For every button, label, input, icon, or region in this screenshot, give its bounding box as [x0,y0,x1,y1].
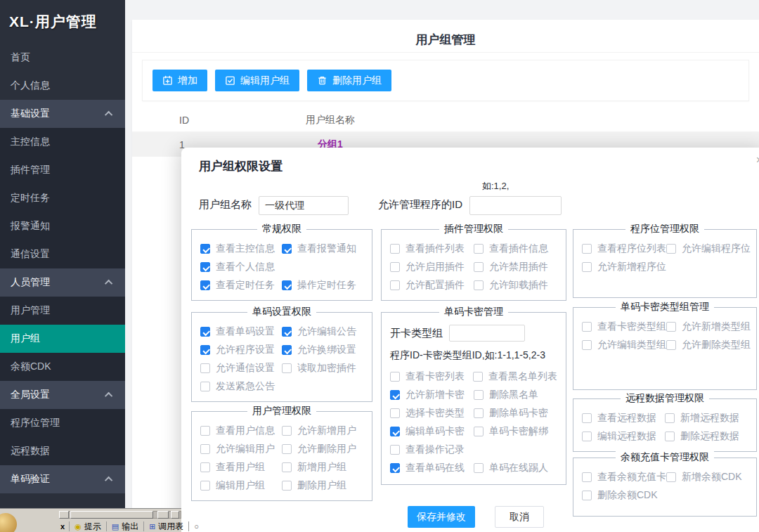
checkbox-unchecked[interactable] [582,340,592,350]
checkbox-unchecked[interactable] [666,340,676,350]
checkbox-label: 允许禁用插件 [489,261,548,273]
checkbox-checked[interactable] [200,244,210,254]
permission-item: 允许程序设置 [200,344,282,356]
checkbox-unchecked[interactable] [390,408,400,418]
sidebar-item-program-slot[interactable]: 程序位管理 [0,409,125,437]
checkbox-unchecked[interactable] [200,363,210,373]
checkbox-checked[interactable] [390,390,400,400]
sidebar-item-balance-cdk[interactable]: 余额CDK [0,353,125,381]
checkbox-unchecked[interactable] [390,244,400,254]
checkbox-checked[interactable] [200,345,210,355]
checkbox-unchecked[interactable] [666,322,676,332]
checkbox-unchecked[interactable] [473,372,483,382]
checkbox-unchecked[interactable] [282,462,292,472]
checkbox-checked[interactable] [200,327,210,337]
card-type-group-input[interactable] [449,325,525,342]
permission-item: 查看用户组 [200,461,282,474]
checkbox-unchecked[interactable] [582,491,592,500]
checkbox-checked[interactable] [282,244,292,254]
scrollbar-thumb[interactable] [70,511,153,519]
close-icon[interactable]: × [756,155,759,166]
scrollbar-extra-button-2[interactable] [171,511,179,519]
sidebar-item-home[interactable]: 首页 [0,44,125,72]
ide-tab-输出[interactable]: ▤输出 [106,521,143,531]
checkbox-unchecked[interactable] [282,444,292,454]
checkbox-unchecked[interactable] [474,408,484,418]
table-header-id: ID [132,115,238,126]
checkbox-checked[interactable] [282,345,292,355]
sidebar-item-timed-task[interactable]: 定时任务 [0,184,125,212]
ide-horizontal-scrollbar[interactable] [59,510,181,519]
checkbox-checked[interactable] [200,262,210,272]
checkbox-unchecked[interactable] [200,481,210,491]
checkbox-unchecked[interactable] [390,445,400,455]
checkbox-unchecked[interactable] [200,444,210,454]
ide-tab-提示[interactable]: ◉提示 [69,521,106,531]
checkbox-checked[interactable] [282,327,292,337]
sidebar-item-user-manage[interactable]: 用户管理 [0,297,125,325]
checkbox-unchecked[interactable] [200,426,210,436]
sidebar-item-plugin-manage[interactable]: 插件管理 [0,156,125,184]
scrollbar-left-arrow[interactable] [59,511,69,519]
checkbox-checked[interactable] [282,280,292,290]
allow-ids-input[interactable] [469,196,562,215]
checkbox-unchecked[interactable] [474,280,484,290]
checkbox-unchecked[interactable] [390,280,400,290]
ide-tab-调用表[interactable]: ⊞调用表 [143,521,188,531]
checkbox-checked[interactable] [390,463,400,473]
checkbox-unchecked[interactable] [474,262,484,272]
checkbox-unchecked[interactable] [582,472,592,482]
checkbox-label: 单码卡密解绑 [489,425,548,438]
group-name-input[interactable] [259,196,349,215]
cancel-button[interactable]: 取消 [495,506,544,528]
permission-item: 查看主控信息 [200,242,282,255]
checkbox-unchecked[interactable] [200,462,210,472]
checkbox-label: 操作定时任务 [297,279,356,292]
checkbox-unchecked[interactable] [582,322,592,332]
edit-button[interactable]: 编辑用户组 [215,70,299,91]
sidebar-item-comm-settings[interactable]: 通信设置 [0,240,125,268]
permission-modal: × 用户组权限设置 用户组名称 允许管理程序的ID 如:1,2, 常规权限查看主… [181,148,759,532]
sidebar-item-remote-data[interactable]: 远程数据 [0,437,125,465]
sidebar-item-staff-manage[interactable]: 人员管理 [0,268,125,297]
checkbox-unchecked[interactable] [282,426,292,436]
checkbox-unchecked[interactable] [390,262,400,272]
sidebar-item-label: 个人信息 [11,79,50,92]
scrollbar-extra-button[interactable] [157,511,169,519]
checkbox-label: 单码在线踢人 [489,462,548,474]
checkbox-unchecked[interactable] [200,382,210,391]
permission-item: 允许通信设置 [200,362,282,375]
checkbox-checked[interactable] [200,280,210,290]
checkbox-unchecked[interactable] [474,427,484,436]
checkbox-unchecked[interactable] [282,363,292,373]
sidebar-item-alarm-notify[interactable]: 报警通知 [0,212,125,240]
save-button[interactable]: 保存并修改 [408,506,475,528]
checkbox-unchecked[interactable] [665,432,675,441]
sidebar-item-label: 用户组 [11,332,40,345]
sidebar-item-global-settings[interactable]: 全局设置 [0,381,125,409]
checkbox-unchecked[interactable] [665,413,675,423]
ide-close-button[interactable]: x [56,522,69,531]
checkbox-unchecked[interactable] [474,463,484,473]
checkbox-unchecked[interactable] [390,372,400,382]
checkbox-checked[interactable] [390,427,400,436]
checkbox-unchecked[interactable] [666,244,676,254]
sidebar-item-single-code[interactable]: 单码验证 [0,465,125,493]
checkbox-unchecked[interactable] [582,262,592,272]
checkbox-unchecked[interactable] [474,244,484,254]
checkbox-unchecked[interactable] [282,481,292,491]
sidebar-item-basic-settings[interactable]: 基础设置 [0,100,125,128]
sidebar-item-master-info[interactable]: 主控信息 [0,128,125,156]
delete-button[interactable]: 删除用户组 [307,70,391,91]
permission-group-legend: 程序位管理权限 [625,223,704,235]
checkbox-unchecked[interactable] [582,244,592,254]
sidebar-item-profile[interactable]: 个人信息 [0,72,125,100]
ide-tab-more[interactable]: ○ [188,521,204,531]
checkbox-unchecked[interactable] [582,432,592,441]
sidebar-item-user-group[interactable]: 用户组 [0,325,125,353]
permission-item: 允许新增卡密 [390,389,474,401]
checkbox-unchecked[interactable] [474,390,484,400]
checkbox-unchecked[interactable] [666,472,676,482]
checkbox-unchecked[interactable] [582,413,592,423]
add-button[interactable]: 增加 [153,70,207,91]
